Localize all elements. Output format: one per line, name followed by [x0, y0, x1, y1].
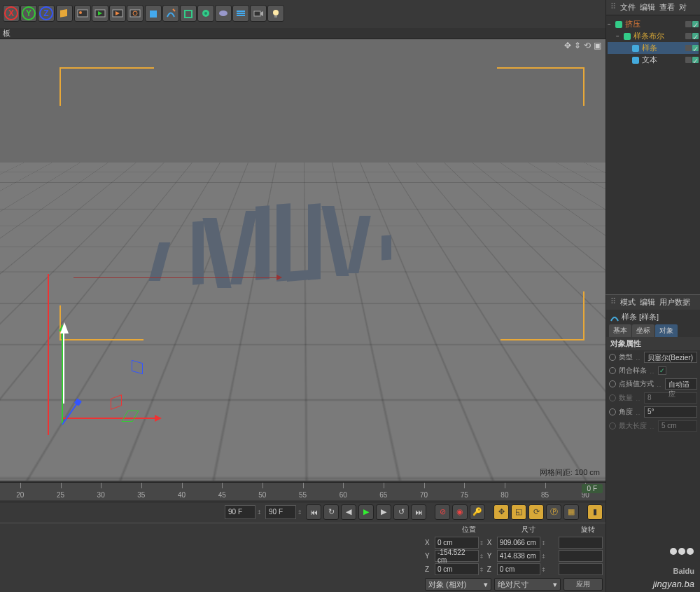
- goto-end-button[interactable]: ⏭: [411, 504, 426, 520]
- render-region-icon[interactable]: [92, 5, 108, 22]
- attr-tabs: 基本 坐标 对象: [606, 324, 700, 337]
- size-field[interactable]: 414.838 cm: [497, 550, 541, 562]
- coord-row: Z0 cm‡Z0 cm‡: [422, 563, 606, 576]
- om-view[interactable]: 查看: [659, 2, 675, 13]
- move-key-icon[interactable]: ✥: [493, 504, 509, 520]
- render-picture-icon[interactable]: [74, 5, 91, 22]
- axis-z-button[interactable]: Z: [38, 5, 55, 22]
- svg-rect-17: [254, 11, 260, 16]
- render-settings-icon[interactable]: [127, 5, 144, 22]
- timeline-ruler[interactable]: 2025303540455055606570758085900 F: [0, 482, 606, 500]
- svg-rect-23: [632, 45, 639, 52]
- autokey-button[interactable]: 🔑: [470, 504, 485, 520]
- svg-rect-1: [78, 10, 88, 17]
- floor-icon[interactable]: [232, 5, 249, 22]
- tree-row[interactable]: 样条✓: [608, 42, 699, 54]
- tab-basic[interactable]: 基本: [609, 324, 631, 337]
- rot-field[interactable]: [559, 537, 603, 549]
- rot-header: 旋转: [573, 525, 603, 535]
- svg-rect-21: [615, 21, 622, 28]
- size-field[interactable]: 0 cm: [497, 563, 541, 575]
- svg-rect-9: [150, 11, 157, 18]
- tab-object[interactable]: 对象: [655, 324, 678, 337]
- viewport-header: 板: [0, 28, 606, 39]
- at-edit[interactable]: 编辑: [640, 297, 655, 308]
- zoom-icon[interactable]: ⇕: [574, 41, 581, 50]
- svg-rect-24: [632, 57, 639, 64]
- prev-frame-button[interactable]: ◀: [341, 504, 356, 520]
- tree-row[interactable]: −挤压✓: [608, 18, 699, 30]
- frame-end-field[interactable]: 90 F: [265, 505, 296, 519]
- svg-rect-20: [274, 15, 277, 18]
- goto-start-button[interactable]: ⏮: [306, 504, 321, 520]
- frame-start-field[interactable]: 90 F: [225, 505, 255, 519]
- prop-field[interactable]: 自动适应: [665, 378, 697, 390]
- apply-button[interactable]: 应用: [564, 578, 603, 591]
- prop-row: 闭合样条‥✓: [606, 364, 700, 377]
- light-icon[interactable]: [267, 5, 284, 22]
- rotate-key-icon[interactable]: ⟳: [528, 504, 544, 520]
- om-obj[interactable]: 对: [679, 2, 687, 13]
- scale-key-icon[interactable]: ◱: [511, 504, 526, 520]
- pos-field[interactable]: -154.522 cm: [435, 550, 479, 562]
- cube-orange-icon[interactable]: [56, 5, 73, 22]
- layout-button[interactable]: ▮: [587, 504, 603, 520]
- ruler-tick: 80: [484, 491, 525, 499]
- om-file[interactable]: 文件: [620, 2, 636, 13]
- prop-field[interactable]: 5°: [644, 406, 697, 418]
- keyframe-button[interactable]: ◉: [452, 504, 468, 520]
- tree-row[interactable]: 文本✓: [608, 54, 699, 66]
- rot-field[interactable]: [559, 563, 603, 575]
- grid-floor: [0, 163, 606, 481]
- play-button[interactable]: ▶: [358, 504, 374, 520]
- object-tree: −挤压✓−样条布尔✓样条✓文本✓: [606, 15, 700, 69]
- ruler-tick: 25: [41, 491, 81, 499]
- pos-header: 位置: [454, 525, 484, 535]
- svg-rect-16: [237, 11, 245, 12]
- environment-icon[interactable]: [215, 5, 232, 22]
- playback-bar: 90 F‡ 90 F‡ ⏮ ↻ ◀ ▶ ▶ ↺ ⏭ ⊘ ◉ 🔑 ✥ ◱ ⟳ Ⓟ …: [0, 502, 606, 521]
- at-user[interactable]: 用户数据: [659, 297, 690, 308]
- om-edit[interactable]: 编辑: [640, 2, 655, 13]
- svg-point-12: [204, 12, 207, 15]
- spline-pen-icon[interactable]: [162, 5, 179, 22]
- size-header: 尺寸: [514, 525, 543, 535]
- orbit-icon[interactable]: ⟲: [584, 41, 591, 50]
- ruler-tick: 30: [80, 491, 121, 499]
- rot-field[interactable]: [559, 550, 603, 562]
- loop-button[interactable]: ↻: [323, 504, 339, 520]
- pos-field[interactable]: 0 cm: [435, 563, 479, 575]
- ruler-tick: 35: [121, 491, 162, 499]
- axis-x-button[interactable]: X: [3, 5, 20, 22]
- coord-mode-dropdown[interactable]: 对象 (相对)▾: [425, 578, 491, 591]
- generator-cube-icon[interactable]: [180, 5, 197, 22]
- axis-y-button[interactable]: Y: [20, 5, 37, 22]
- primitive-cube-icon[interactable]: [145, 5, 162, 22]
- prop-checkbox[interactable]: ✓: [658, 366, 666, 375]
- prop-field[interactable]: 5 cm: [658, 420, 697, 432]
- prop-field[interactable]: 贝塞尔(Bezier): [644, 352, 697, 363]
- axis-gizmo[interactable]: [62, 418, 69, 425]
- render-queue-icon[interactable]: [109, 5, 126, 22]
- attr-title: 样条 [样条]: [606, 310, 700, 324]
- tab-coord[interactable]: 坐标: [632, 324, 654, 337]
- size-field[interactable]: 909.066 cm: [497, 537, 541, 549]
- coord-scale-dropdown[interactable]: 绝对尺寸▾: [494, 578, 561, 591]
- param-key-icon[interactable]: Ⓟ: [546, 504, 561, 520]
- pos-field[interactable]: 0 cm: [435, 537, 479, 549]
- at-mode[interactable]: 模式: [620, 297, 636, 308]
- pla-key-icon[interactable]: ▦: [564, 504, 579, 520]
- next-frame-button[interactable]: ▶: [376, 504, 391, 520]
- redo-button[interactable]: ↺: [393, 504, 409, 520]
- tree-row[interactable]: −样条布尔✓: [608, 30, 699, 42]
- ruler-tick: 60: [323, 491, 363, 499]
- svg-point-2: [79, 11, 82, 14]
- ruler-tick: 85: [525, 491, 566, 499]
- camera-icon[interactable]: [250, 5, 267, 22]
- record-button[interactable]: ⊘: [435, 504, 450, 520]
- viewport-3d[interactable]: ✥ ⇕ ⟲ ▣ 网格间距: 100 cm: [0, 39, 606, 481]
- prop-field[interactable]: 8: [644, 392, 697, 404]
- deformer-icon[interactable]: [197, 5, 214, 22]
- pan-icon[interactable]: ✥: [564, 41, 571, 50]
- maximize-icon[interactable]: ▣: [594, 41, 601, 50]
